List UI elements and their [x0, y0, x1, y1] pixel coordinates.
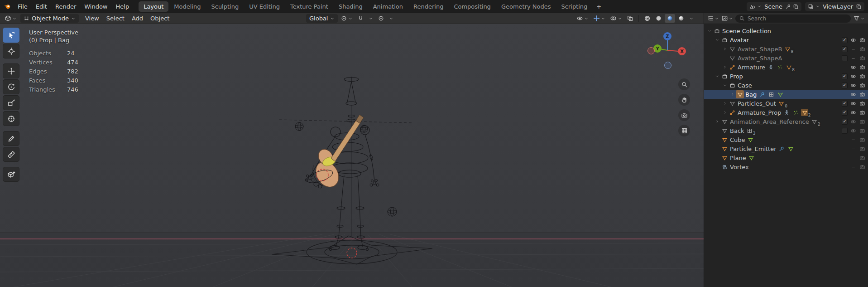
- exclude-checkbox[interactable]: ✓: [842, 37, 848, 43]
- workspace-tab-rendering[interactable]: Rendering: [408, 1, 448, 12]
- armature-icon[interactable]: [728, 108, 736, 117]
- mesh-dim-icon[interactable]: [728, 45, 736, 53]
- menu-window[interactable]: Window: [80, 1, 111, 12]
- gizmo-z-neg-axis[interactable]: [665, 62, 671, 69]
- exclude-checkbox[interactable]: ✓: [842, 83, 848, 88]
- outliner-row-object-cube[interactable]: Cube: [704, 135, 868, 144]
- collection-icon[interactable]: [728, 81, 736, 89]
- tri-orange-badge-icon[interactable]: 8: [784, 45, 791, 53]
- collection-icon[interactable]: [720, 36, 729, 44]
- measure-tool[interactable]: [3, 147, 19, 162]
- snap-options-dropdown[interactable]: [367, 15, 375, 22]
- tri-orange-sel-badge-icon[interactable]: 2: [801, 109, 808, 116]
- expand-chevron-icon[interactable]: [729, 92, 736, 97]
- workspace-tab-animation[interactable]: Animation: [368, 1, 408, 12]
- viewport-menu-select[interactable]: Select: [103, 14, 128, 23]
- viewport-menu-object[interactable]: Object: [147, 14, 173, 23]
- shading-rendered-button[interactable]: [676, 14, 686, 23]
- tri-orange-badge-icon[interactable]: 8: [785, 63, 792, 71]
- workspace-tab-shading[interactable]: Shading: [334, 1, 368, 12]
- hide-eye-icon[interactable]: [849, 82, 857, 89]
- outliner-row-object-particles-out[interactable]: Particles_Out0✓: [704, 99, 868, 108]
- falloff-dropdown[interactable]: [387, 15, 395, 22]
- outliner-row-object-avatar-shapea[interactable]: Avatar_ShapeA: [704, 54, 868, 63]
- forcefield-icon[interactable]: [720, 163, 729, 171]
- render-camera-icon[interactable]: [858, 127, 866, 134]
- disabled-eye-dash-icon[interactable]: [849, 45, 857, 53]
- outliner-row-scene-collection[interactable]: Scene Collection: [704, 26, 868, 35]
- outliner-row-object-bag[interactable]: Bag: [704, 90, 868, 99]
- pose-badge-icon[interactable]: [767, 63, 774, 71]
- menu-edit[interactable]: Edit: [32, 1, 51, 12]
- render-camera-icon[interactable]: [858, 63, 866, 71]
- viewlayer-selector[interactable]: ViewLayer: [805, 2, 864, 11]
- add-workspace-button[interactable]: +: [593, 1, 605, 12]
- camera-view-button[interactable]: [678, 109, 690, 121]
- display-mode-dropdown[interactable]: [721, 15, 733, 22]
- workspace-tab-texture-paint[interactable]: Texture Paint: [285, 1, 333, 12]
- collapse-chevron-icon[interactable]: [721, 83, 728, 88]
- workspace-tab-uv-editing[interactable]: UV Editing: [244, 1, 285, 12]
- outliner-row-object-animation-area-reference[interactable]: Animation_Area_Reference2✓: [704, 117, 868, 126]
- blender-logo-icon[interactable]: [4, 3, 11, 10]
- collection-icon[interactable]: [720, 72, 729, 80]
- snap-toggle[interactable]: [355, 14, 366, 23]
- workspace-tab-compositing[interactable]: Compositing: [449, 1, 496, 12]
- mesh-icon[interactable]: [720, 136, 729, 144]
- disabled-eye-dash-icon[interactable]: [849, 163, 857, 170]
- workspace-tab-scripting[interactable]: Scripting: [556, 1, 593, 12]
- exclude-checkbox[interactable]: ✓: [842, 46, 848, 52]
- mode-dropdown[interactable]: Object Mode: [20, 14, 79, 23]
- filter-dropdown[interactable]: [853, 15, 865, 22]
- render-camera-icon[interactable]: [858, 109, 866, 116]
- particles-badge-icon[interactable]: [776, 63, 783, 71]
- disabled-eye-dash-icon[interactable]: [849, 145, 857, 152]
- cursor-tool[interactable]: [3, 44, 19, 58]
- mesh-active-icon[interactable]: [736, 90, 744, 98]
- hide-eye-icon[interactable]: [849, 118, 857, 125]
- gizmo-x-neg-axis[interactable]: [648, 48, 655, 54]
- pan-hand-button[interactable]: [678, 94, 690, 106]
- viewport-menu-add[interactable]: Add: [128, 14, 147, 23]
- outliner-row-object-armature-prop[interactable]: Armature_Prop2✓: [704, 108, 868, 117]
- expand-chevron-icon[interactable]: [721, 101, 728, 106]
- particles-badge-icon[interactable]: [792, 109, 799, 116]
- menu-file[interactable]: File: [14, 1, 32, 12]
- render-camera-icon[interactable]: [858, 73, 866, 80]
- exclude-checkbox[interactable]: ✓: [842, 73, 848, 79]
- hide-eye-icon[interactable]: [849, 73, 857, 80]
- outliner-row-object-plane[interactable]: Plane: [704, 153, 868, 162]
- disabled-eye-dash-icon[interactable]: [849, 54, 857, 62]
- disabled-eye-dash-icon[interactable]: [849, 136, 857, 143]
- outliner-row-object-vortex[interactable]: Vortex: [704, 162, 868, 171]
- move-tool[interactable]: [3, 63, 19, 78]
- orientation-dropdown[interactable]: Global: [306, 14, 338, 23]
- render-camera-icon[interactable]: [858, 54, 866, 62]
- render-camera-icon[interactable]: [858, 36, 866, 44]
- show-overlays-toggle[interactable]: [608, 14, 624, 23]
- exclude-checkbox[interactable]: ✓: [842, 110, 848, 116]
- outliner-row-object-particle-emitter[interactable]: Particle_Emitter: [704, 144, 868, 153]
- pose-badge-icon[interactable]: [783, 109, 790, 116]
- shading-material-button[interactable]: [665, 14, 675, 23]
- collapse-chevron-icon[interactable]: [714, 38, 720, 42]
- tri-green-badge-icon[interactable]: [777, 91, 784, 98]
- render-camera-icon[interactable]: [858, 145, 866, 152]
- outliner-row-collection-case[interactable]: Case✓: [704, 81, 868, 90]
- render-camera-icon[interactable]: [858, 136, 866, 143]
- navigation-gizmo[interactable]: Z Y X: [647, 29, 688, 71]
- annotate-tool[interactable]: [3, 131, 19, 146]
- show-gizmo-toggle[interactable]: [591, 14, 607, 23]
- outliner-row-object-back[interactable]: Back3: [704, 126, 868, 135]
- mesh-dim-icon[interactable]: [728, 54, 736, 62]
- scene-selector[interactable]: Scene: [747, 2, 801, 11]
- new-scene-icon[interactable]: [793, 4, 799, 10]
- menu-render[interactable]: Render: [51, 1, 80, 12]
- mod-grid-badge-icon[interactable]: [767, 91, 775, 98]
- ortho-toggle-button[interactable]: [678, 125, 690, 136]
- workspace-tab-modeling[interactable]: Modeling: [169, 1, 206, 12]
- exclude-checkbox[interactable]: [842, 128, 848, 134]
- hide-eye-icon[interactable]: [849, 109, 857, 116]
- mesh-icon[interactable]: [720, 154, 729, 162]
- armature-icon[interactable]: [728, 63, 736, 71]
